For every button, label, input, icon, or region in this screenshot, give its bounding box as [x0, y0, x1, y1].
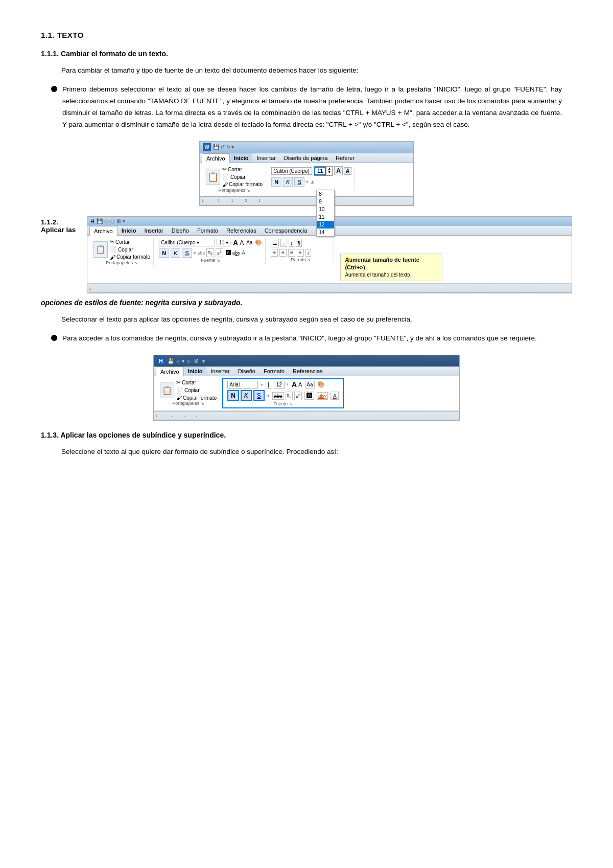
format-extra-2e: A: [242, 250, 245, 256]
tab-inicio-1[interactable]: Inicio: [230, 153, 253, 163]
format-sup-2[interactable]: x2: [216, 248, 223, 257]
format-copy-icon-3: 🖌: [176, 395, 182, 401]
portapapeles-content-2: 📋 ✂ Cortar 📄 Copiar 🖌: [93, 239, 150, 260]
text-color-btn-3[interactable]: A: [331, 392, 338, 400]
strikethrough-3[interactable]: abe: [272, 392, 284, 400]
copy-btn-1[interactable]: 📄 Copiar: [222, 174, 263, 180]
font-size-11[interactable]: 11: [317, 213, 334, 221]
tab-archivo-2[interactable]: Archivo: [89, 226, 117, 236]
portapapeles-group-3: 📋 ✂ Cortar 📄 Copiar 🖌: [157, 378, 220, 407]
format-copy-btn-1[interactable]: 🖌 Copiar formato: [222, 181, 263, 188]
font-size-down[interactable]: ▼: [326, 170, 332, 174]
color-btn-3[interactable]: 🎨: [317, 381, 325, 388]
copy-btn-2[interactable]: 📄 Copiar: [110, 246, 150, 253]
format-copy-label-2: Copiar formato: [116, 254, 150, 260]
tooltip-area: ↗ Aumentar tamaño de fuente (Ctrl+>) Aum…: [340, 240, 442, 282]
tab-diseno-2[interactable]: Diseño: [168, 226, 193, 235]
list-btn-2[interactable]: ≡: [280, 239, 287, 247]
font-size-up[interactable]: ▲: [326, 167, 332, 170]
tab-referencias-1[interactable]: Referer: [332, 153, 359, 163]
tab-diseno-3[interactable]: Diseño: [234, 367, 260, 376]
highlight-btn-3[interactable]: 🅰: [304, 392, 314, 400]
increase-font-btn-2[interactable]: A: [233, 239, 238, 247]
align-center-btn[interactable]: ≡: [279, 249, 287, 257]
underline-btn-2[interactable]: S: [182, 248, 192, 258]
underline-btn-3[interactable]: S: [253, 390, 265, 401]
bold-btn-2[interactable]: N: [159, 248, 169, 258]
section-1-1-1-title: 1.1.1. Cambiar el formato de un texto.: [41, 50, 572, 58]
tab-inicio-3[interactable]: Inicio: [184, 367, 207, 376]
font-color-btn-3[interactable]: ab̲y: [317, 392, 328, 400]
align-left-btn[interactable]: ≡: [271, 249, 278, 257]
font-size-input[interactable]: 11: [314, 167, 326, 175]
word-screenshot-3: H 💾 ◁ ▾ ▷ 🖹 ▾ Archivo Inicio Insertar Di…: [41, 355, 572, 421]
tab-archivo-3[interactable]: Archivo: [156, 367, 184, 376]
format-copy-btn-3[interactable]: 🖌 Copiar formato: [176, 395, 217, 401]
fuente-label-2: Fuente ↘: [159, 258, 262, 263]
italic-btn-1[interactable]: K: [283, 177, 293, 187]
word-ribbon-tabs-3[interactable]: Archivo Inicio Insertar Diseño Formato R…: [154, 367, 459, 376]
font-size-input-2[interactable]: 11 ▾: [217, 239, 230, 246]
tab-insertar-2[interactable]: Insertar: [140, 226, 167, 235]
format-sub-2[interactable]: x2: [206, 248, 214, 257]
word-ribbon-content-3: 📋 ✂ Cortar 📄 Copiar 🖌: [154, 376, 459, 411]
font-sep-3: ▾: [261, 382, 263, 387]
italic-btn-2[interactable]: K: [171, 248, 180, 258]
italic-btn-3[interactable]: K: [241, 390, 252, 401]
increase-font-btn[interactable]: A: [334, 166, 343, 175]
subscript-btn-3[interactable]: x2: [286, 392, 293, 400]
line-spacing-btn[interactable]: ↕: [305, 249, 311, 257]
font-size-14[interactable]: 14: [317, 229, 334, 236]
cut-btn-2[interactable]: ✂ Cortar: [110, 239, 150, 245]
tab-formato-2[interactable]: Formato: [193, 226, 222, 235]
paste-icon-2[interactable]: 📋: [93, 241, 108, 258]
bold-btn-3[interactable]: N: [227, 390, 239, 401]
font-row-2a: Calibri (Cuerpo ▾ 11 ▾ A A Aa 🎨: [159, 239, 262, 247]
font-size-list: 8 9 10 11 12 14: [316, 190, 335, 237]
superscript-btn-3[interactable]: x2: [294, 392, 302, 400]
font-size-9[interactable]: 9: [317, 198, 334, 205]
align-right-btn[interactable]: ≡: [288, 249, 295, 257]
tab-referencias-3[interactable]: Referencias: [289, 367, 327, 376]
font-controls-1: Calibri (Cuerpo) 11 ▲ ▼ A A: [271, 166, 351, 187]
font-size-8[interactable]: 8: [317, 190, 334, 198]
font-name-dropdown-1[interactable]: Calibri (Cuerpo): [271, 167, 312, 175]
tab-insertar-1[interactable]: Insertar: [252, 153, 279, 163]
tab-formato-3[interactable]: Formato: [260, 367, 289, 376]
tab-referencias-2[interactable]: Referencias: [222, 226, 261, 235]
show-marks-btn[interactable]: ¶: [296, 239, 302, 247]
font-size-input-3[interactable]: 12: [274, 381, 285, 389]
tab-inicio-2[interactable]: Inicio: [117, 226, 140, 235]
decrease-font-btn-2[interactable]: A: [240, 239, 244, 246]
font-size-dropdown-3[interactable]: ▾: [286, 382, 289, 387]
paste-icon-3[interactable]: 📋: [160, 382, 174, 398]
tab-diseno-pagina-1[interactable]: Diseño de página: [280, 153, 332, 163]
paste-icon-1[interactable]: 📋: [206, 169, 220, 185]
tab-archivo-1[interactable]: Archivo: [202, 153, 230, 163]
decrease-font-btn-3[interactable]: A: [298, 381, 302, 387]
copy-btn-3[interactable]: 📄 Copiar: [176, 387, 217, 394]
decrease-font-btn[interactable]: A: [344, 167, 351, 175]
tab-insertar-3[interactable]: Insertar: [206, 367, 233, 376]
font-size-10[interactable]: 10: [317, 205, 334, 213]
align-justify-btn[interactable]: ≡: [297, 249, 304, 257]
sort-btn[interactable]: ↕: [289, 239, 295, 247]
bold-btn-1[interactable]: N: [271, 177, 281, 187]
font-size-12[interactable]: 12: [317, 221, 334, 229]
font-name-dropdown-3[interactable]: Arial: [227, 381, 258, 389]
cut-label-3: Cortar: [182, 380, 196, 385]
format-copy-btn-2[interactable]: 🖌 Copiar formato: [110, 254, 150, 260]
cut-btn-3[interactable]: ✂ Cortar: [176, 379, 217, 386]
portapapeles-group-1: 📋 ✂ Cortar 📄 Copiar 🖌: [203, 165, 266, 194]
increase-font-btn-3[interactable]: A: [292, 380, 297, 389]
underline-btn-1[interactable]: S: [294, 177, 304, 187]
tab-correspondencia-2[interactable]: Correspondencia: [261, 226, 312, 235]
word-ribbon-tabs-1[interactable]: Archivo Inicio Insertar Diseño de página…: [200, 153, 413, 163]
font-name-dropdown-2[interactable]: Calibri (Cuerpo ▾: [159, 239, 215, 246]
ruler-content-2: L - -: [89, 286, 116, 291]
cut-btn-1[interactable]: ✂ Cortar: [222, 166, 263, 173]
aa-btn-3[interactable]: Aa: [305, 381, 314, 389]
word-ui-mockup-3: H 💾 ◁ ▾ ▷ 🖹 ▾ Archivo Inicio Insertar Di…: [153, 355, 460, 421]
list-btn-1[interactable]: ☰: [271, 239, 279, 247]
font-controls-3: Arial ▾ | 12 ▾ A A Aa 🎨 N K: [227, 380, 339, 401]
